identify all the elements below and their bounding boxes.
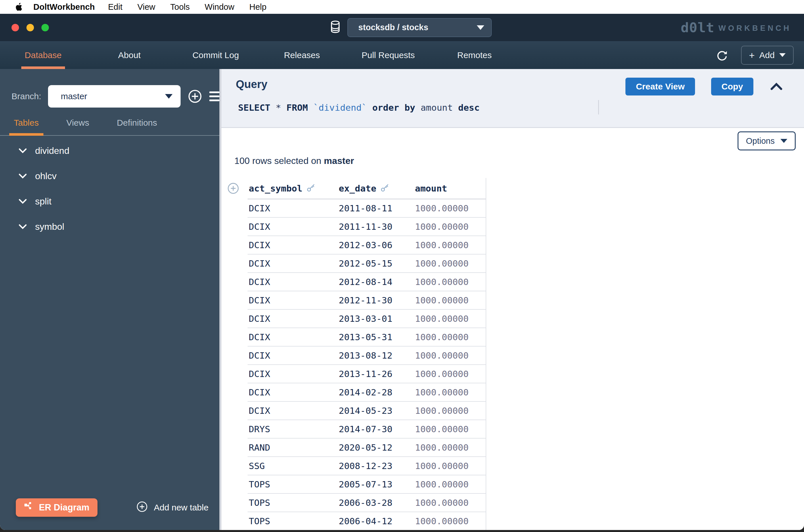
cell-amount[interactable]: 1000.00000 bbox=[414, 332, 486, 342]
branch-menu-icon[interactable] bbox=[209, 92, 219, 101]
cell-act-symbol[interactable]: RAND bbox=[248, 442, 338, 453]
cell-amount[interactable]: 1000.00000 bbox=[414, 350, 486, 361]
cell-act-symbol[interactable]: TOPS bbox=[248, 497, 338, 508]
table-row[interactable]: TOPS2005-07-131000.00000 bbox=[248, 475, 486, 494]
menubar-item-view[interactable]: View bbox=[137, 2, 155, 12]
table-row[interactable]: DCIX2011-08-111000.00000 bbox=[248, 199, 486, 218]
branch-selector[interactable]: master bbox=[48, 85, 180, 108]
cell-act-symbol[interactable]: SSG bbox=[248, 461, 338, 471]
nav-tab-remotes[interactable]: Remotes bbox=[431, 41, 518, 69]
er-diagram-button[interactable]: ER Diagram bbox=[16, 498, 97, 517]
add-new-table-button[interactable]: Add new table bbox=[136, 501, 209, 515]
cell-ex-date[interactable]: 2005-07-13 bbox=[338, 479, 414, 490]
cell-ex-date[interactable]: 2006-03-28 bbox=[338, 497, 414, 508]
cell-act-symbol[interactable]: DCIX bbox=[248, 314, 338, 324]
table-row[interactable]: DCIX2013-05-311000.00000 bbox=[248, 328, 486, 346]
cell-ex-date[interactable]: 2014-02-28 bbox=[338, 387, 414, 397]
close-window-button[interactable] bbox=[12, 24, 19, 31]
cell-act-symbol[interactable]: DCIX bbox=[248, 369, 338, 379]
nav-tab-about[interactable]: About bbox=[86, 41, 173, 69]
table-row[interactable]: SSG2008-12-231000.00000 bbox=[248, 457, 486, 475]
database-selector[interactable]: stocksdb / stocks bbox=[347, 18, 492, 37]
cell-ex-date[interactable]: 2013-11-26 bbox=[338, 369, 414, 379]
cell-ex-date[interactable]: 2014-07-30 bbox=[338, 424, 414, 434]
cell-ex-date[interactable]: 2008-12-23 bbox=[338, 461, 414, 471]
column-header-amount[interactable]: amount bbox=[414, 183, 486, 193]
cell-ex-date[interactable]: 2012-11-30 bbox=[338, 295, 414, 305]
create-view-button[interactable]: Create View bbox=[626, 78, 695, 95]
table-row[interactable]: DCIX2013-08-121000.00000 bbox=[248, 346, 486, 365]
cell-act-symbol[interactable]: DCIX bbox=[248, 203, 338, 213]
cell-act-symbol[interactable]: DCIX bbox=[248, 277, 338, 287]
nav-tab-database[interactable]: Database bbox=[0, 41, 86, 69]
cell-ex-date[interactable]: 2013-05-31 bbox=[338, 332, 414, 342]
cell-amount[interactable]: 1000.00000 bbox=[414, 240, 486, 250]
sidebar-table-item-symbol[interactable]: symbol bbox=[0, 214, 219, 239]
cell-act-symbol[interactable]: DCIX bbox=[248, 258, 338, 269]
cell-amount[interactable]: 1000.00000 bbox=[414, 405, 486, 416]
column-header-act-symbol[interactable]: act_symbol bbox=[248, 183, 338, 194]
apple-icon[interactable] bbox=[15, 3, 22, 11]
cell-amount[interactable]: 1000.00000 bbox=[414, 369, 486, 379]
cell-amount[interactable]: 1000.00000 bbox=[414, 424, 486, 434]
cell-act-symbol[interactable]: DCIX bbox=[248, 332, 338, 342]
cell-amount[interactable]: 1000.00000 bbox=[414, 258, 486, 269]
column-header-ex-date[interactable]: ex_date bbox=[338, 183, 414, 194]
cell-ex-date[interactable]: 2013-08-12 bbox=[338, 350, 414, 361]
cell-ex-date[interactable]: 2011-11-30 bbox=[338, 222, 414, 232]
sidebar-tab-definitions[interactable]: Definitions bbox=[112, 118, 161, 135]
table-row[interactable]: DCIX2014-02-281000.00000 bbox=[248, 383, 486, 402]
cell-ex-date[interactable]: 2011-08-11 bbox=[338, 203, 414, 213]
cell-ex-date[interactable]: 2006-04-12 bbox=[338, 516, 414, 526]
cell-ex-date[interactable]: 2012-05-15 bbox=[338, 258, 414, 269]
cell-ex-date[interactable]: 2014-05-23 bbox=[338, 405, 414, 416]
zoom-window-button[interactable] bbox=[41, 24, 49, 31]
cell-amount[interactable]: 1000.00000 bbox=[414, 461, 486, 471]
nav-tab-releases[interactable]: Releases bbox=[259, 41, 345, 69]
table-row[interactable]: DCIX2012-11-301000.00000 bbox=[248, 291, 486, 310]
cell-amount[interactable]: 1000.00000 bbox=[414, 222, 486, 232]
cell-amount[interactable]: 1000.00000 bbox=[414, 387, 486, 397]
cell-amount[interactable]: 1000.00000 bbox=[414, 203, 486, 213]
cell-ex-date[interactable]: 2012-08-14 bbox=[338, 277, 414, 287]
cell-act-symbol[interactable]: DCIX bbox=[248, 350, 338, 361]
options-button[interactable]: Options bbox=[738, 131, 796, 150]
table-row[interactable]: DRYS2014-07-301000.00000 bbox=[248, 420, 486, 439]
cell-amount[interactable]: 1000.00000 bbox=[414, 314, 486, 324]
cell-act-symbol[interactable]: DCIX bbox=[248, 387, 338, 397]
menubar-item-edit[interactable]: Edit bbox=[108, 2, 122, 12]
sidebar-table-item-split[interactable]: split bbox=[0, 189, 219, 214]
sql-query-text[interactable]: SELECT * FROM `dividend` order by amount… bbox=[238, 102, 480, 113]
cell-act-symbol[interactable]: DCIX bbox=[248, 240, 338, 250]
cell-ex-date[interactable]: 2020-05-12 bbox=[338, 442, 414, 453]
table-row[interactable]: DCIX2012-03-061000.00000 bbox=[248, 236, 486, 254]
table-row[interactable]: DCIX2011-11-301000.00000 bbox=[248, 218, 486, 236]
menubar-item-tools[interactable]: Tools bbox=[170, 2, 190, 12]
add-button[interactable]: + Add bbox=[741, 46, 793, 65]
cell-act-symbol[interactable]: DCIX bbox=[248, 295, 338, 305]
cell-amount[interactable]: 1000.00000 bbox=[414, 479, 486, 490]
cell-ex-date[interactable]: 2013-03-01 bbox=[338, 314, 414, 324]
cell-amount[interactable]: 1000.00000 bbox=[414, 442, 486, 453]
menubar-app-name[interactable]: DoltWorkbench bbox=[33, 2, 95, 12]
cell-act-symbol[interactable]: DRYS bbox=[248, 424, 338, 434]
nav-tab-pull-requests[interactable]: Pull Requests bbox=[345, 41, 431, 69]
cell-amount[interactable]: 1000.00000 bbox=[414, 497, 486, 508]
table-row[interactable]: DCIX2013-03-011000.00000 bbox=[248, 310, 486, 328]
cell-amount[interactable]: 1000.00000 bbox=[414, 295, 486, 305]
sidebar-tab-tables[interactable]: Tables bbox=[9, 118, 43, 135]
nav-tab-commit-log[interactable]: Commit Log bbox=[173, 41, 259, 69]
cell-act-symbol[interactable]: DCIX bbox=[248, 222, 338, 232]
table-row[interactable]: DCIX2013-11-261000.00000 bbox=[248, 365, 486, 383]
cell-amount[interactable]: 1000.00000 bbox=[414, 516, 486, 526]
sidebar-tab-views[interactable]: Views bbox=[62, 118, 94, 135]
sidebar-table-item-dividend[interactable]: dividend bbox=[0, 138, 219, 163]
table-row[interactable]: DCIX2014-05-231000.00000 bbox=[248, 402, 486, 420]
sidebar-table-item-ohlcv[interactable]: ohlcv bbox=[0, 163, 219, 189]
table-row[interactable]: RAND2020-05-121000.00000 bbox=[248, 439, 486, 457]
menubar-item-help[interactable]: Help bbox=[249, 2, 267, 12]
cell-amount[interactable]: 1000.00000 bbox=[414, 277, 486, 287]
cell-ex-date[interactable]: 2012-03-06 bbox=[338, 240, 414, 250]
cell-act-symbol[interactable]: TOPS bbox=[248, 479, 338, 490]
chevron-up-icon[interactable] bbox=[769, 80, 783, 93]
